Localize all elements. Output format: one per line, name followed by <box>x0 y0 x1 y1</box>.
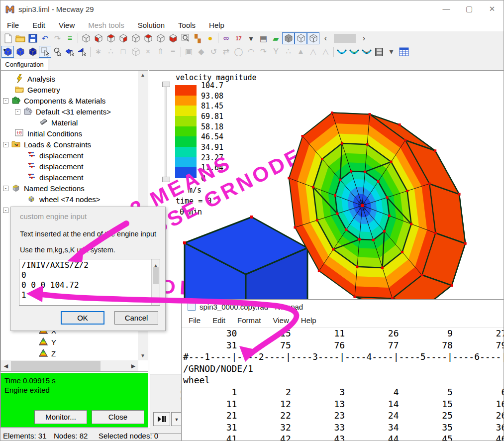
legend-slider-track[interactable] <box>165 84 167 180</box>
menu-file[interactable]: File <box>7 21 19 29</box>
move-icon[interactable]: ⇄ <box>220 46 232 58</box>
animation-icon[interactable] <box>373 46 385 58</box>
tree-item-label[interactable]: wheel <74 nodes> <box>39 195 101 204</box>
scroll-down-icon[interactable]: ▼ <box>138 351 148 360</box>
scroll-right-icon[interactable]: › <box>358 32 370 44</box>
cube-wire2-icon[interactable] <box>154 32 167 44</box>
select-dark-icon[interactable] <box>26 46 39 58</box>
tree-item-label[interactable]: Analysis <box>27 75 55 83</box>
tree-item[interactable]: Z <box>1 348 56 358</box>
scroll-thumb[interactable] <box>153 267 159 284</box>
tree-item[interactable]: displacement <box>1 161 83 171</box>
tree-item[interactable]: t0Initial Conditions <box>1 128 82 138</box>
tree-item-label[interactable]: Z <box>51 349 56 358</box>
tree-item[interactable]: Analysis <box>1 74 55 84</box>
tree-item-label[interactable]: Y <box>51 338 56 346</box>
menu-mesh-tools[interactable]: Mesh tools <box>88 21 124 29</box>
tree-collapse-icon[interactable]: - <box>3 208 8 213</box>
redo-icon[interactable]: ↷ <box>51 32 64 44</box>
notepad-menu-file[interactable]: File <box>189 316 201 325</box>
engine-input-textarea[interactable]: /INIV/AXIS/Z/200 0 0 104.721 ▲ ▼ <box>19 259 160 306</box>
cube-top2-icon[interactable] <box>142 32 154 44</box>
cancel-button[interactable]: Cancel <box>114 311 158 325</box>
solver-close-button[interactable]: Close <box>92 410 144 424</box>
tree-item-label[interactable]: Initial Conditions <box>27 129 82 138</box>
tree-item[interactable]: displacement <box>1 150 83 160</box>
play-pause-button[interactable] <box>153 412 170 426</box>
new-file-icon[interactable] <box>1 32 14 44</box>
tree-item-label[interactable]: Default <31 elements> <box>36 108 111 116</box>
select-arrow-icon[interactable] <box>64 46 76 58</box>
cube-front-face-icon[interactable] <box>92 32 104 44</box>
node-icon[interactable]: ∗ <box>92 46 104 58</box>
scroll-right-icon[interactable]: ▶ <box>128 360 138 371</box>
tree-item[interactable]: displacement <box>1 172 83 182</box>
close-button[interactable]: ✕ <box>481 0 504 17</box>
undo-icon[interactable]: ↶ <box>39 32 51 44</box>
points-icon[interactable]: ∴ <box>282 46 295 58</box>
tree-item[interactable]: wheel <74 nodes> <box>1 194 101 204</box>
menu-help[interactable]: Help <box>209 21 224 29</box>
tree-item[interactable]: Y <box>1 337 56 347</box>
menu-tools[interactable]: Tools <box>178 21 196 29</box>
arc-icon[interactable]: ◠ <box>245 46 257 58</box>
tree-collapse-icon[interactable]: - <box>3 186 8 191</box>
delete-icon[interactable]: × <box>142 46 154 58</box>
tree-item-label[interactable]: Material <box>51 118 78 127</box>
legend-slider-top-handle[interactable] <box>162 82 170 87</box>
anim-dropdown-icon[interactable]: ▾ <box>385 46 398 58</box>
tree-item[interactable]: -Named Selections <box>1 183 85 193</box>
tree-item-label[interactable]: Components & Materials <box>24 97 105 105</box>
scroll-up-icon[interactable]: ▲ <box>138 71 148 80</box>
glasses-icon[interactable]: ∞ <box>220 32 232 44</box>
tree-horizontal-scrollbar[interactable]: ◀ ▶ <box>1 360 138 371</box>
scroll-thumb[interactable] <box>11 361 101 371</box>
scroll-down-icon[interactable]: ▼ <box>152 294 160 304</box>
scroll-left-icon[interactable]: ‹ <box>319 32 332 44</box>
open-file-icon[interactable] <box>14 32 26 44</box>
tile-windows-icon[interactable]: ▚ <box>192 32 204 44</box>
select-corner-icon[interactable] <box>1 46 14 58</box>
diamond-icon[interactable]: ◆ <box>195 46 207 58</box>
shaded-triangle-icon[interactable]: ▲ <box>295 46 307 58</box>
tree-item-label[interactable]: Loads & Constraints <box>24 140 91 149</box>
loads-wave-green-icon[interactable] <box>348 46 360 58</box>
split-icon[interactable]: Y <box>270 46 282 58</box>
cube-bottom-face-icon[interactable] <box>167 32 179 44</box>
tree-item[interactable]: -Components & Materials <box>1 96 105 106</box>
ring-icon[interactable]: ◯ <box>232 46 245 58</box>
scroll-left-icon[interactable]: ◀ <box>1 360 11 371</box>
tree-item-label[interactable]: Named Selections <box>24 184 85 193</box>
select-wedge-icon[interactable] <box>76 46 89 58</box>
notepad-menu-edit[interactable]: Edit <box>212 316 225 325</box>
select-solid-icon[interactable] <box>14 46 26 58</box>
view-mesh-icon[interactable] <box>307 32 319 44</box>
tree-item-label[interactable]: displacement <box>39 151 83 160</box>
dropdown-icon[interactable]: ▾ <box>245 32 257 44</box>
view-solid-icon[interactable] <box>282 32 295 44</box>
tree-item-label[interactable]: Geometry <box>27 86 60 94</box>
textarea-scrollbar[interactable]: ▲ ▼ <box>151 259 160 305</box>
view-wireframe-icon[interactable] <box>295 32 307 44</box>
notepad-menu-help[interactable]: Help <box>301 316 316 325</box>
save-icon[interactable] <box>26 32 39 44</box>
cube-right-face-icon[interactable] <box>117 32 129 44</box>
tree-collapse-icon[interactable]: - <box>3 142 8 147</box>
zoom-cursor-icon[interactable] <box>51 46 64 58</box>
extrude-icon[interactable]: ⇑ <box>154 46 167 58</box>
minimize-button[interactable]: — <box>435 0 458 17</box>
animation-options-dropdown[interactable]: ▼ <box>171 412 182 426</box>
rotate-icon[interactable]: ↺ <box>207 46 220 58</box>
tree-collapse-icon[interactable]: - <box>15 109 20 114</box>
tree-item[interactable]: -Loads & Constraints <box>1 139 91 149</box>
sketch-icon[interactable]: ▤ <box>257 32 270 44</box>
tab-configuration[interactable]: Configuration <box>0 59 48 70</box>
menu-edit[interactable]: Edit <box>32 21 45 29</box>
bend-icon[interactable]: ↷ <box>257 46 270 58</box>
notepad-menu-format[interactable]: Format <box>237 316 261 325</box>
notepad-text[interactable]: 30 15 11 26 9 27 31 75 76 77 78 79 #---1… <box>182 328 504 441</box>
tree-item-label[interactable]: displacement <box>39 162 83 171</box>
triangle-icon[interactable]: △ <box>307 46 319 58</box>
tree-item[interactable]: -Default <31 elements> <box>1 107 111 116</box>
tree-collapse-icon[interactable]: - <box>3 98 8 104</box>
